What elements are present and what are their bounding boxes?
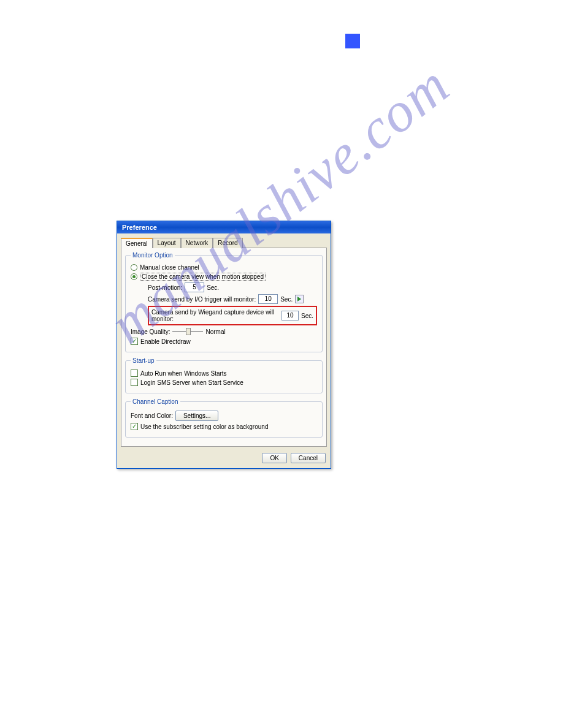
login-sms-row: Login SMS Server when Start Service bbox=[131, 379, 317, 386]
image-quality-value: Normal bbox=[205, 328, 225, 335]
wiegand-row: Camera send by Wiegand capture device wi… bbox=[148, 306, 317, 325]
use-subscriber-row: Use the subscriber setting color as back… bbox=[131, 423, 317, 430]
io-trigger-sec: Sec. bbox=[280, 296, 293, 303]
preference-dialog: Preference General Layout Network Record… bbox=[117, 221, 331, 469]
dialog-button-row: OK Cancel bbox=[117, 450, 331, 468]
enable-directdraw-row: Enable Directdraw bbox=[131, 338, 317, 345]
image-quality-label: Image Quality: bbox=[131, 328, 170, 335]
auto-run-label: Auto Run when Windows Starts bbox=[140, 370, 227, 377]
channel-caption-group: Channel Caption Font and Color: Settings… bbox=[125, 398, 323, 438]
auto-run-checkbox[interactable] bbox=[131, 370, 138, 377]
image-quality-row: Image Quality: Normal bbox=[131, 327, 317, 336]
monitor-option-group: Monitor Option Manual close channel Clos… bbox=[125, 252, 323, 352]
auto-run-row: Auto Run when Windows Starts bbox=[131, 370, 317, 377]
font-color-row: Font and Color: Settings... bbox=[131, 411, 317, 421]
tab-panel-general: Monitor Option Manual close channel Clos… bbox=[121, 248, 327, 447]
ok-button[interactable]: OK bbox=[262, 453, 286, 463]
dialog-titlebar[interactable]: Preference bbox=[117, 221, 331, 233]
manual-close-row: Manual close channel bbox=[131, 264, 317, 271]
wiegand-sec: Sec. bbox=[301, 313, 313, 319]
enable-directdraw-checkbox[interactable] bbox=[131, 338, 138, 345]
startup-group: Start-up Auto Run when Windows Starts Lo… bbox=[125, 357, 323, 393]
tab-general[interactable]: General bbox=[121, 238, 153, 248]
post-motion-label: Post-motion: bbox=[148, 284, 182, 291]
io-trigger-input[interactable]: 10 bbox=[258, 294, 278, 304]
close-on-stop-radio[interactable] bbox=[131, 273, 137, 280]
close-on-stop-label: Close the camera view when motion stoppe… bbox=[140, 273, 266, 281]
post-motion-sec: Sec. bbox=[207, 284, 219, 291]
page-marker bbox=[345, 34, 360, 48]
slider-thumb[interactable] bbox=[186, 328, 191, 335]
io-trigger-row: Camera send by I/O trigger will monitor:… bbox=[148, 294, 317, 304]
settings-button[interactable]: Settings... bbox=[175, 411, 218, 421]
login-sms-label: Login SMS Server when Start Service bbox=[140, 379, 243, 386]
login-sms-checkbox[interactable] bbox=[131, 379, 138, 386]
tab-layout[interactable]: Layout bbox=[153, 238, 181, 248]
channel-caption-legend: Channel Caption bbox=[131, 398, 180, 405]
post-motion-row: Post-motion: 5 Sec. bbox=[148, 282, 317, 292]
tab-record[interactable]: Record bbox=[213, 238, 242, 248]
manual-close-label: Manual close channel bbox=[140, 264, 199, 271]
manual-close-radio[interactable] bbox=[131, 264, 137, 271]
io-trigger-label: Camera send by I/O trigger will monitor: bbox=[148, 296, 256, 303]
play-icon[interactable] bbox=[295, 295, 304, 303]
use-subscriber-checkbox[interactable] bbox=[131, 423, 138, 430]
startup-legend: Start-up bbox=[131, 357, 156, 364]
wiegand-label: Camera send by Wiegand capture device wi… bbox=[151, 309, 279, 322]
use-subscriber-label: Use the subscriber setting color as back… bbox=[140, 423, 268, 430]
wiegand-input[interactable]: 10 bbox=[282, 311, 299, 320]
svg-marker-0 bbox=[297, 297, 301, 301]
cancel-button[interactable]: Cancel bbox=[291, 453, 326, 463]
close-on-stop-row: Close the camera view when motion stoppe… bbox=[131, 273, 317, 281]
font-color-label: Font and Color: bbox=[131, 412, 173, 419]
tab-network[interactable]: Network bbox=[181, 238, 213, 248]
monitor-option-legend: Monitor Option bbox=[131, 252, 175, 259]
tab-strip: General Layout Network Record bbox=[117, 233, 331, 248]
post-motion-input[interactable]: 5 bbox=[185, 282, 204, 292]
enable-directdraw-label: Enable Directdraw bbox=[140, 338, 191, 345]
image-quality-slider[interactable] bbox=[172, 327, 203, 336]
